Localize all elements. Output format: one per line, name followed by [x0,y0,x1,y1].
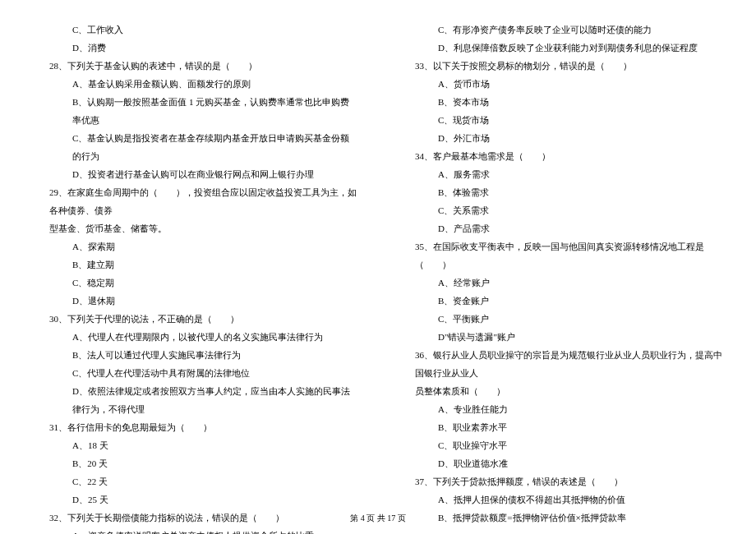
answer-option: D、利息保障倍数反映了企业获利能力对到期债务利息的保证程度 [399,39,723,57]
question-text: 30、下列关于代理的说法，不正确的是（ ） [33,310,357,328]
answer-option: C、代理人在代理活动中具有附属的法律地位 [33,364,357,382]
question-text: 36、银行从业人员职业操守的宗旨是为规范银行业从业人员职业行为，提高中国银行业从… [399,346,723,382]
answer-option: A、资产负债率说明客户总资产中债权人提供资金所占的比重 [33,527,357,534]
right-column: C、有形净资产债务率反映了企业可以随时还债的能力D、利息保障倍数反映了企业获利能… [399,21,723,534]
answer-option: D、产品需求 [399,219,723,237]
answer-option: D、职业道德水准 [399,454,723,472]
page-footer: 第 4 页 共 17 页 [0,513,756,524]
answer-option: C、现货市场 [399,111,723,129]
answer-option: B、体验需求 [399,183,723,201]
document-columns: C、工作收入D、消费28、下列关于基金认购的表述中，错误的是（ ）A、基金认购采… [33,21,723,534]
answer-option: D、投资者进行基金认购可以在商业银行网点和网上银行办理 [33,165,357,183]
answer-option: A、服务需求 [399,165,723,183]
answer-option: A、探索期 [33,237,357,255]
answer-option: C、稳定期 [33,274,357,292]
answer-option: A、货币市场 [399,75,723,93]
answer-option: D、外汇市场 [399,129,723,147]
answer-option: D、依照法律规定或者按照双方当事人约定，应当由本人实施的民事法律行为，不得代理 [33,382,357,418]
question-text: 35、在国际收支平衡表中，反映一国与他国间真实资源转移情况地工程是（ ） [399,237,723,274]
question-text: 28、下列关于基金认购的表述中，错误的是（ ） [33,57,357,75]
answer-option: C、关系需求 [399,201,723,219]
question-text: 34、客户最基本地需求是（ ） [399,147,723,165]
answer-option: B、资本市场 [399,93,723,111]
answer-option: D、退休期 [33,292,357,310]
answer-option: B、资金账户 [399,292,723,310]
left-column: C、工作收入D、消费28、下列关于基金认购的表述中，错误的是（ ）A、基金认购采… [33,21,357,534]
question-text: 29、在家庭生命周期中的（ ），投资组合应以固定收益投资工具为主，如各种债券、债… [33,183,357,219]
answer-option: C、基金认购是指投资者在基金存续期内基金开放日申请购买基金份额的行为 [33,129,357,165]
answer-option: C、平衡账户 [399,310,723,328]
answer-option: A、专业胜任能力 [399,400,723,418]
continuation-text: 型基金、货币基金、储蓄等。 [33,219,357,237]
answer-option: A、代理人在代理期限内，以被代理人的名义实施民事法律行为 [33,328,357,346]
answer-option: D"错误与遗漏"账户 [399,328,723,346]
answer-option: C、有形净资产债务率反映了企业可以随时还债的能力 [399,21,723,39]
answer-option: D、25 天 [33,490,357,509]
answer-option: C、工作收入 [33,21,357,39]
answer-option: B、建立期 [33,255,357,274]
question-text: 33、以下关于按照交易标的物划分，错误的是（ ） [399,57,723,75]
answer-option: A、经常账户 [399,274,723,292]
answer-option: B、职业素养水平 [399,418,723,436]
answer-option: A、抵押人担保的债权不得超出其抵押物的价值 [399,490,723,509]
answer-option: C、22 天 [33,472,357,490]
answer-option: C、职业操守水平 [399,436,723,454]
question-text: 37、下列关于贷款抵押额度，错误的表述是（ ） [399,472,723,490]
answer-option: B、认购期一般按照基金面值 1 元购买基金，认购费率通常也比申购费率优惠 [33,93,357,129]
answer-option: B、法人可以通过代理人实施民事法律行为 [33,346,357,364]
answer-option: A、基金认购采用金额认购、面额发行的原则 [33,75,357,93]
question-text: 31、各行信用卡的免息期最短为（ ） [33,418,357,436]
answer-option: A、18 天 [33,436,357,454]
continuation-text: 员整体素质和（ ） [399,382,723,400]
answer-option: B、20 天 [33,454,357,472]
answer-option: D、消费 [33,39,357,57]
